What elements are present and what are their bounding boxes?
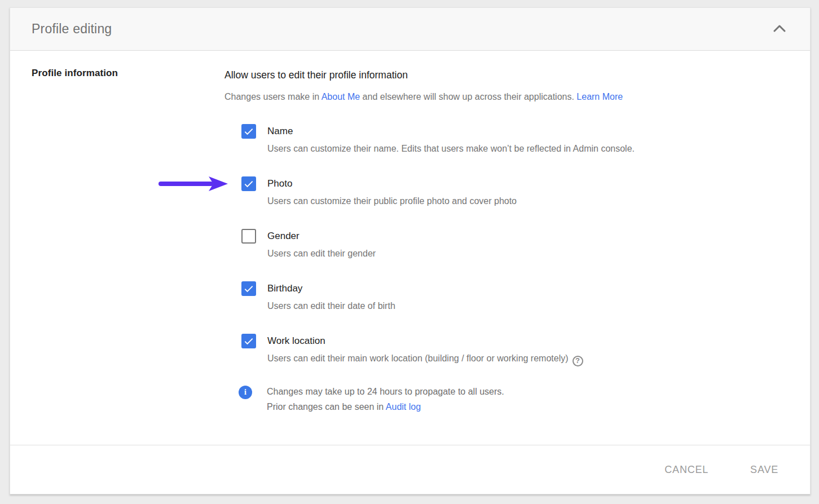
option-label: Gender xyxy=(267,229,376,244)
option-description: Users can edit their main work location … xyxy=(267,351,583,366)
panel-body: Profile information Allow users to edit … xyxy=(10,51,810,445)
option-description: Users can customize their name. Edits th… xyxy=(267,142,635,156)
option-label: Photo xyxy=(267,176,517,191)
option-description-text: Users can edit their main work location … xyxy=(267,353,569,363)
collapse-button[interactable] xyxy=(770,20,789,38)
section-heading: Allow users to edit their profile inform… xyxy=(224,68,789,82)
setting-name-column: Profile information xyxy=(32,68,224,445)
options-list: Name Users can customize their name. Edi… xyxy=(241,124,789,366)
option-description: Users can edit their date of birth xyxy=(267,299,395,313)
photo-checkbox[interactable] xyxy=(241,176,256,191)
subheading-text: and elsewhere will show up across their … xyxy=(360,92,576,101)
help-circle-icon[interactable]: ? xyxy=(573,356,583,366)
option-description: Users can customize their public profile… xyxy=(267,194,517,209)
setting-content-column: Allow users to edit their profile inform… xyxy=(224,68,789,445)
option-row-birthday: Birthday Users can edit their date of bi… xyxy=(241,281,789,313)
panel-header: Profile editing xyxy=(10,8,810,51)
option-row-gender: Gender Users can edit their gender xyxy=(241,229,789,261)
option-label: Work location xyxy=(267,334,583,348)
cancel-button[interactable]: CANCEL xyxy=(663,459,710,480)
save-button[interactable]: SAVE xyxy=(749,459,780,480)
option-label: Name xyxy=(267,124,635,139)
about-me-link[interactable]: About Me xyxy=(322,92,360,101)
propagation-note: i Changes may take up to 24 hours to pro… xyxy=(239,384,789,414)
panel-footer: CANCEL SAVE xyxy=(10,445,810,494)
section-subheading: Changes users make in About Me and elsew… xyxy=(224,90,789,104)
audit-log-link[interactable]: Audit log xyxy=(386,402,421,412)
option-row-name: Name Users can customize their name. Edi… xyxy=(241,124,789,156)
option-description: Users can edit their gender xyxy=(267,246,376,261)
panel-title: Profile editing xyxy=(32,21,770,37)
option-label: Birthday xyxy=(267,281,395,296)
learn-more-link[interactable]: Learn More xyxy=(576,92,623,101)
info-icon: i xyxy=(239,386,252,399)
work-location-checkbox[interactable] xyxy=(241,334,256,348)
profile-editing-panel: Profile editing Profile information Allo… xyxy=(10,7,811,494)
purple-right-arrow-annotation xyxy=(158,175,231,192)
note-line-1: Changes may take up to 24 hours to propa… xyxy=(267,384,504,399)
gender-checkbox[interactable] xyxy=(241,229,256,244)
note-line-2: Prior changes can be seen in Audit log xyxy=(267,399,504,414)
option-row-photo: Photo Users can customize their public p… xyxy=(241,176,789,209)
birthday-checkbox[interactable] xyxy=(241,281,256,296)
name-checkbox[interactable] xyxy=(241,124,256,139)
setting-name: Profile information xyxy=(32,68,224,79)
option-row-work-location: Work location Users can edit their main … xyxy=(241,334,789,366)
chevron-up-icon xyxy=(773,24,786,34)
note-line-2-text: Prior changes can be seen in xyxy=(267,402,386,412)
subheading-text: Changes users make in xyxy=(224,92,322,101)
